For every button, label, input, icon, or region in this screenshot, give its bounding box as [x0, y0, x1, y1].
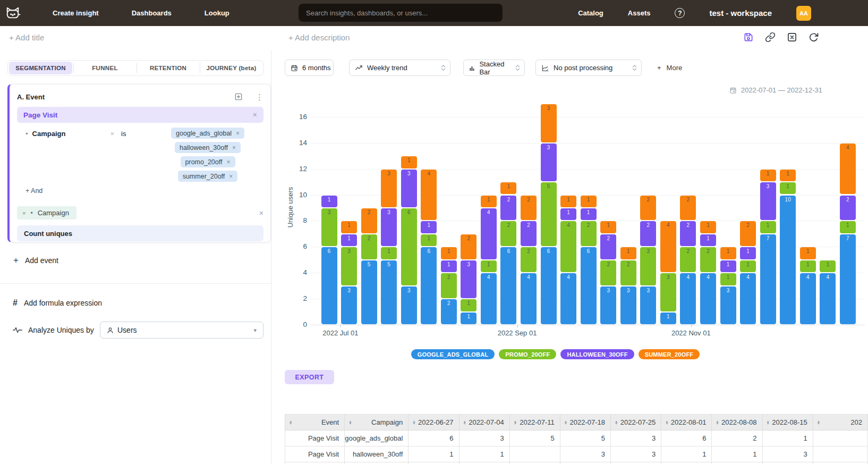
bar-segment-halloween_30off[interactable]: 2 [600, 234, 616, 259]
bar-segment-summer_20off[interactable]: 4 [660, 221, 676, 272]
sort-icon[interactable]: ▲▼ [817, 420, 820, 424]
bar-segment-halloween_30off[interactable]: 3 [381, 208, 397, 246]
bar-segment-google_ads_global[interactable]: 3 [600, 286, 616, 324]
bar-segment-promo_20off[interactable]: 3 [321, 208, 337, 246]
post-processing-select[interactable]: No post processing [535, 60, 642, 76]
add-event-button[interactable]: + Add event [13, 256, 58, 265]
remove-value-icon[interactable]: × [226, 158, 230, 166]
bar-segment-summer_20off[interactable]: 1 [620, 247, 636, 259]
sort-icon[interactable]: ▲▼ [767, 420, 770, 424]
remove-breakdown-row-icon[interactable]: × [259, 209, 263, 217]
bar-segment-halloween_30off[interactable]: 1 [341, 234, 357, 246]
legend-pill-halloween_30off[interactable]: HALLOWEEN_30OFF [560, 349, 634, 359]
global-search[interactable] [299, 4, 503, 22]
sort-icon[interactable]: ▲▼ [463, 420, 466, 424]
tab-segmentation[interactable]: SEGMENTATION [9, 62, 72, 74]
bar-segment-google_ads_global[interactable]: 3 [401, 286, 417, 324]
add-description-field[interactable]: + Add description [288, 33, 350, 42]
sort-icon[interactable]: ▲▼ [514, 420, 517, 424]
bar-segment-halloween_30off[interactable]: 1 [720, 260, 736, 272]
bar-segment-summer_20off[interactable]: 2 [461, 234, 476, 259]
bar-segment-summer_20off[interactable]: 1 [700, 221, 716, 233]
bar-segment-halloween_30off[interactable]: 1 [740, 247, 756, 259]
breakdown-property-name[interactable]: Campaign [38, 209, 69, 217]
bar-segment-google_ads_global[interactable]: 7 [840, 234, 856, 324]
bar-segment-promo_20off[interactable]: 2 [441, 273, 457, 298]
bar-segment-summer_20off[interactable]: 1 [720, 247, 736, 259]
bar-segment-halloween_30off[interactable]: 1 [441, 260, 457, 272]
bar-segment-summer_20off[interactable]: 2 [361, 208, 377, 233]
bar-segment-summer_20off[interactable]: 4 [421, 170, 437, 221]
sort-icon[interactable]: ▲▼ [615, 420, 618, 424]
bar-segment-summer_20off[interactable]: 1 [780, 170, 796, 181]
remove-value-icon[interactable]: × [236, 130, 240, 137]
save-icon[interactable] [743, 32, 754, 43]
bar-segment-promo_20off[interactable]: 1 [780, 182, 796, 194]
bar-segment-google_ads_global[interactable]: 1 [660, 313, 676, 324]
refresh-icon[interactable] [809, 32, 819, 43]
cat-logo-icon[interactable] [5, 6, 21, 20]
close-box-icon[interactable] [787, 32, 797, 43]
bar-segment-google_ads_global[interactable]: 4 [560, 273, 576, 324]
bar-segment-promo_20off[interactable]: 2 [620, 260, 636, 285]
add-and-condition[interactable]: + And [25, 187, 263, 195]
bar-segment-halloween_30off[interactable]: 2 [521, 221, 537, 246]
bar-segment-google_ads_global[interactable]: 4 [680, 273, 696, 324]
duplicate-icon[interactable] [234, 92, 243, 101]
column-header[interactable]: ▲▼2022-08-15 [762, 415, 813, 431]
column-header[interactable]: ▲▼Event [285, 415, 345, 431]
tab-funnel[interactable]: FUNNEL [73, 61, 137, 75]
event-name[interactable]: Page Visit [23, 111, 57, 119]
link-icon[interactable] [765, 32, 776, 43]
nav-dashboards[interactable]: Dashboards [132, 9, 172, 17]
bar-segment-summer_20off[interactable]: 1 [401, 156, 417, 168]
bar-segment-summer_20off[interactable]: 1 [800, 247, 816, 259]
bar-segment-promo_20off[interactable]: 1 [381, 247, 397, 259]
chart-type-select[interactable]: Stacked Bar [463, 60, 525, 76]
bar-segment-summer_20off[interactable]: 2 [680, 196, 696, 221]
bar-segment-summer_20off[interactable]: 1 [341, 221, 357, 233]
bar-segment-summer_20off[interactable]: 2 [740, 221, 756, 246]
remove-filter-icon[interactable]: × [110, 128, 114, 182]
bar-segment-google_ads_global[interactable]: 6 [321, 247, 337, 324]
bar-segment-promo_20off[interactable]: 2 [581, 221, 597, 246]
bar-segment-halloween_30off[interactable]: 1 [560, 208, 576, 220]
legend-pill-promo_20off[interactable]: PROMO_20OFF [499, 349, 556, 359]
bar-segment-google_ads_global[interactable]: 4 [820, 273, 836, 324]
bar-segment-promo_20off[interactable]: 1 [740, 260, 756, 272]
bar-segment-google_ads_global[interactable]: 4 [481, 273, 497, 324]
bar-segment-halloween_30off[interactable]: 4 [481, 208, 497, 259]
bar-segment-halloween_30off[interactable]: 1 [581, 208, 597, 220]
bar-segment-google_ads_global[interactable]: 3 [640, 286, 656, 324]
column-header[interactable]: ▲▼2022-07-25 [611, 415, 661, 431]
bar-segment-promo_20off[interactable]: 5 [541, 182, 557, 246]
tab-journey-beta[interactable]: JOURNEY (beta) [200, 61, 263, 75]
bar-segment-promo_20off[interactable]: 2 [361, 234, 377, 259]
bar-segment-promo_20off[interactable]: 4 [560, 221, 576, 272]
column-header[interactable]: ▲▼2022-07-18 [560, 415, 610, 431]
bar-segment-halloween_30off[interactable]: 3 [401, 170, 417, 207]
bar-segment-google_ads_global[interactable]: 4 [740, 273, 756, 324]
remove-event-icon[interactable]: × [253, 111, 257, 119]
more-button[interactable]: + More [657, 60, 682, 76]
bar-segment-halloween_30off[interactable]: 1 [321, 196, 337, 207]
bar-segment-summer_20off[interactable]: 1 [441, 247, 457, 259]
sort-icon[interactable]: ▲▼ [412, 420, 415, 424]
filter-value-tag[interactable]: halloween_30off× [175, 142, 241, 153]
bar-segment-promo_20off[interactable]: 2 [600, 260, 616, 285]
column-header[interactable]: ▲▼202 [813, 415, 867, 431]
bar-segment-promo_20off[interactable]: 1 [760, 221, 776, 233]
bar-segment-promo_20off[interactable]: 2 [500, 221, 516, 246]
remove-breakdown-icon[interactable]: × [22, 210, 25, 216]
filter-operator[interactable]: is [121, 128, 126, 182]
event-selector[interactable]: Page Visit × [17, 107, 263, 123]
bar-segment-promo_20off[interactable]: 1 [840, 221, 856, 233]
filter-property[interactable]: • Campaign [17, 128, 65, 182]
bar-segment-summer_20off[interactable]: 2 [640, 196, 656, 221]
column-header[interactable]: ▲▼2022-07-11 [509, 415, 560, 431]
column-header[interactable]: ▲▼Campaign [345, 415, 409, 431]
sort-icon[interactable]: ▲▼ [289, 420, 292, 424]
bar-segment-summer_20off[interactable]: 2 [521, 196, 537, 221]
bar-segment-halloween_30off[interactable]: 3 [541, 144, 557, 181]
bar-segment-promo_20off[interactable]: 3 [341, 247, 357, 285]
